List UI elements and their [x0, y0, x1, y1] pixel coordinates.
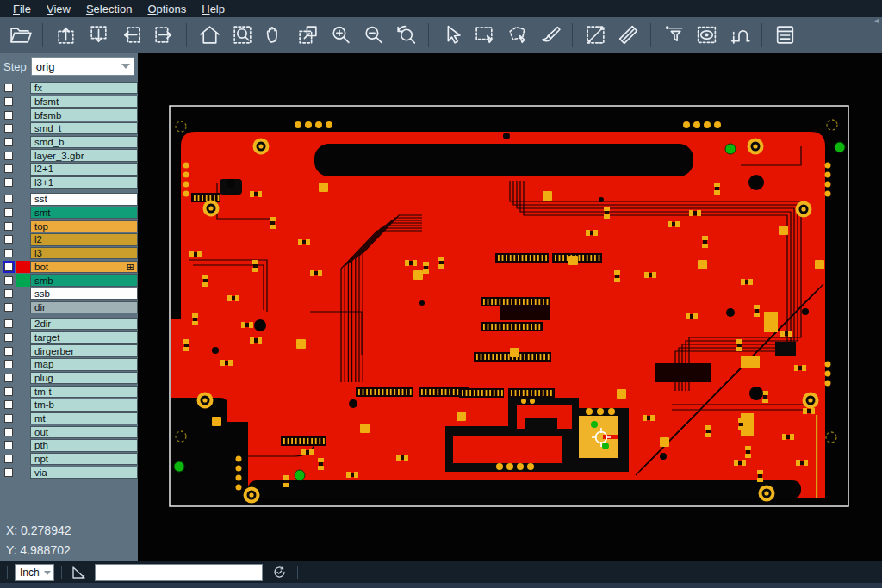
layer-checkbox[interactable] — [4, 208, 13, 217]
angle-tool-button[interactable] — [69, 564, 90, 581]
layer-checkbox[interactable] — [4, 387, 13, 396]
layer-row-layer-3-gbr[interactable]: layer_3.gbr — [0, 149, 138, 161]
report-button[interactable] — [769, 20, 800, 51]
layer-label[interactable]: tm-b — [30, 399, 138, 411]
layer-checkbox[interactable] — [4, 164, 13, 173]
layer-label[interactable]: smb — [30, 274, 138, 286]
filter-button[interactable] — [658, 20, 689, 51]
layer-color-swatch[interactable] — [16, 318, 30, 330]
pan-hand-button[interactable] — [259, 20, 290, 51]
layer-label[interactable]: 2dir-- — [30, 318, 138, 330]
layer-checkbox[interactable] — [4, 428, 13, 436]
layer-color-swatch[interactable] — [16, 331, 30, 344]
select-rect-button[interactable] — [469, 20, 500, 51]
refresh-button[interactable] — [268, 564, 290, 581]
layer-color-swatch[interactable] — [16, 467, 30, 479]
layer-label[interactable]: bfsmt — [30, 96, 138, 108]
layer-label[interactable]: l3+1 — [30, 176, 138, 189]
zoom-out-button[interactable] — [357, 20, 388, 51]
layer-row-ssb[interactable]: ssb — [0, 288, 138, 300]
layer-row-dirgerber[interactable]: dirgerber — [0, 344, 138, 356]
layer-checkbox[interactable] — [4, 333, 13, 342]
layer-label[interactable]: plug — [30, 372, 138, 384]
layer-row-plug[interactable]: plug — [0, 372, 138, 384]
layer-label[interactable]: out — [30, 426, 138, 438]
layer-color-swatch[interactable] — [16, 344, 30, 356]
layer-checkbox[interactable] — [4, 455, 13, 463]
layer-row-bot[interactable]: bot⊞ — [0, 261, 138, 273]
layer-row-dir[interactable]: dir — [0, 301, 138, 313]
layer-color-swatch[interactable] — [16, 261, 30, 273]
layer-color-swatch[interactable] — [16, 439, 30, 451]
unit-select[interactable]: Inch — [15, 564, 54, 581]
layer-color-swatch[interactable] — [16, 372, 30, 384]
layer-label[interactable]: pth — [30, 439, 138, 451]
pan-up-button[interactable] — [50, 20, 81, 51]
pan-right-button[interactable] — [148, 20, 179, 51]
layer-row-pth[interactable]: pth — [0, 439, 138, 451]
zoom-previous-button[interactable] — [390, 20, 421, 51]
layer-label[interactable]: layer_3.gbr — [30, 149, 138, 161]
layer-row-smd-t[interactable]: smd_t — [0, 122, 138, 134]
view-object-button[interactable] — [691, 20, 722, 51]
layer-checkbox[interactable] — [4, 195, 13, 203]
layer-label[interactable]: l3 — [30, 247, 138, 259]
layer-checkbox[interactable] — [4, 84, 13, 92]
layer-row-fx[interactable]: fx — [0, 82, 138, 94]
layer-checkbox[interactable] — [4, 360, 13, 368]
layer-label[interactable]: smd_b — [30, 136, 138, 148]
layer-label[interactable]: l2 — [30, 233, 138, 245]
layer-color-swatch[interactable] — [16, 163, 30, 175]
pan-down-button[interactable] — [83, 20, 114, 51]
layer-checkbox[interactable] — [4, 374, 13, 382]
layer-label[interactable]: bfsmb — [30, 108, 138, 121]
layer-color-swatch[interactable] — [16, 426, 30, 438]
menu-selection[interactable]: Selection — [78, 2, 140, 16]
layer-checkbox[interactable] — [4, 276, 13, 285]
layer-label[interactable]: fx — [30, 82, 138, 94]
zoom-window-button[interactable] — [227, 20, 258, 51]
layer-color-swatch[interactable] — [16, 96, 30, 108]
home-button[interactable] — [194, 20, 225, 51]
layer-checkbox[interactable] — [4, 347, 13, 356]
layer-color-swatch[interactable] — [16, 82, 30, 94]
move-selection-button[interactable] — [292, 20, 323, 51]
menu-options[interactable]: Options — [140, 2, 194, 16]
layer-checkbox[interactable] — [4, 222, 13, 231]
layer-checkbox[interactable] — [4, 249, 13, 257]
layer-color-swatch[interactable] — [16, 453, 30, 465]
layer-color-swatch[interactable] — [16, 412, 30, 424]
layer-row-top[interactable]: top — [0, 220, 138, 232]
layer-row-smt[interactable]: smt — [0, 207, 138, 219]
layer-color-swatch[interactable] — [16, 207, 30, 219]
toolbar-overflow-icon[interactable]: ◂ — [874, 15, 879, 25]
layer-checkbox[interactable] — [4, 303, 13, 312]
layer-row-sst[interactable]: sst — [0, 193, 138, 205]
layer-checkbox[interactable] — [4, 468, 13, 477]
step-select[interactable]: orig — [31, 57, 134, 76]
select-poly-button[interactable] — [501, 20, 532, 51]
layer-color-swatch[interactable] — [16, 136, 30, 148]
layer-label[interactable]: mt — [30, 412, 138, 424]
layer-row-bfsmb[interactable]: bfsmb — [0, 108, 138, 121]
open-button[interactable] — [4, 20, 35, 51]
layer-checkbox[interactable] — [4, 111, 13, 120]
layer-row-l2-1[interactable]: l2+1 — [0, 163, 138, 175]
layer-row-npt[interactable]: npt — [0, 453, 138, 465]
layer-row-bfsmt[interactable]: bfsmt — [0, 96, 138, 108]
layer-checkbox[interactable] — [4, 97, 13, 106]
layer-row-target[interactable]: target — [0, 331, 138, 344]
layer-label[interactable]: map — [30, 358, 138, 370]
layer-checkbox[interactable] — [4, 235, 13, 244]
layer-color-swatch[interactable] — [16, 193, 30, 205]
layer-row-tm-b[interactable]: tm-b — [0, 399, 138, 411]
layer-color-swatch[interactable] — [16, 301, 30, 313]
layer-label[interactable]: sst — [30, 193, 138, 205]
pcb-canvas[interactable] — [138, 53, 882, 561]
layer-color-swatch[interactable] — [16, 399, 30, 411]
layer-color-swatch[interactable] — [16, 386, 30, 398]
layer-label[interactable]: target — [30, 331, 138, 344]
select-arrow-button[interactable] — [436, 20, 467, 51]
menu-help[interactable]: Help — [194, 2, 233, 16]
layer-row-l3[interactable]: l3 — [0, 247, 138, 259]
